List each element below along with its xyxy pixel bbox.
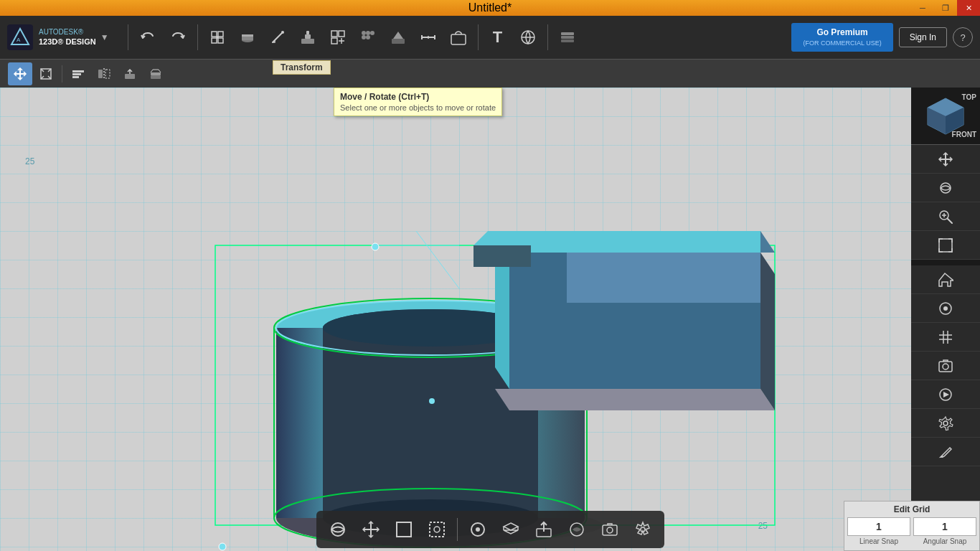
construct-button[interactable] [294,24,321,51]
bot-layers-button[interactable] [495,514,527,545]
undo-button[interactable] [134,24,161,51]
modify-button[interactable] [324,24,352,51]
svg-rect-48 [125,74,135,79]
tooltip-title: Move / Rotate (Ctrl+T) [340,92,496,102]
primitives-button[interactable] [234,24,261,51]
svg-marker-97 [939,273,953,286]
scale-button[interactable] [118,62,142,85]
zoom-button[interactable] [911,202,980,231]
help-button[interactable]: ? [953,27,973,47]
bot-screenshot-bottom-button[interactable] [594,514,626,545]
secondary-toolbar [0,59,980,88]
measure-button[interactable] [415,24,442,51]
svg-text:A: A [17,37,21,43]
svg-rect-34 [561,39,574,42]
svg-point-6 [216,36,219,39]
edit-grid-title: Edit Grid [847,504,976,514]
sep-4 [547,24,548,50]
svg-point-82 [429,398,435,404]
bot-orbit-button[interactable] [322,514,354,545]
animation-button[interactable] [911,380,980,409]
svg-marker-75 [567,253,760,303]
svg-rect-43 [72,73,81,75]
align-button[interactable] [66,62,90,85]
layers-button[interactable] [554,24,581,51]
svg-rect-2 [212,32,217,37]
svg-rect-112 [397,522,411,537]
svg-rect-113 [430,522,444,537]
grid-display-button[interactable] [911,323,980,352]
bot-perspective-button[interactable] [462,514,494,545]
edit-grid-inputs: Linear Snap Angular Snap [847,517,976,545]
community-button[interactable] [514,24,542,51]
sketch-button[interactable] [264,24,291,51]
home-view-button[interactable] [911,265,980,294]
premium-button[interactable]: Go Premium (FOR COMMERCIAL USE) [791,23,892,52]
viewport[interactable]: 25 25 [0,88,911,551]
smart-scale-button[interactable] [34,62,58,85]
bot-materials-button[interactable] [561,514,593,545]
text-button[interactable]: T [484,24,512,51]
restore-button[interactable]: ❐ [934,0,957,16]
signin-button[interactable]: Sign In [899,27,947,47]
transform-area: Transform [273,60,331,75]
screenshot-button[interactable] [911,352,980,380]
svg-rect-96 [939,239,952,252]
transform-button[interactable] [204,24,231,51]
logo-dropdown-arrow[interactable]: ▼ [100,32,109,42]
svg-rect-29 [451,34,466,44]
pattern-button[interactable] [354,24,382,51]
sep-3 [478,24,479,50]
angular-snap-input[interactable] [913,517,976,536]
mirror-button[interactable] [92,62,116,85]
view-cube: TOP FRONT [911,88,980,145]
svg-point-21 [370,31,374,35]
svg-rect-32 [561,32,574,35]
bot-fit-button[interactable] [388,514,420,545]
bot-settings-bottom-button[interactable] [627,514,659,545]
svg-point-22 [362,35,366,39]
settings-button[interactable] [911,409,980,438]
svg-marker-79 [473,231,531,245]
materials-button[interactable] [445,24,472,51]
svg-line-53 [159,70,161,72]
fit-all-button[interactable] [911,231,980,260]
view-type-button[interactable] [911,294,980,323]
linear-snap-input[interactable] [847,517,910,536]
tooltip-box: Move / Rotate (Ctrl+T) Select one or mor… [334,88,502,116]
svg-marker-118 [504,530,518,534]
snap-button[interactable] [385,24,412,51]
menubar: A AUTODESK® 123D® DESIGN ▼ [0,16,980,59]
bot-move-button[interactable] [355,514,387,545]
extrude-button[interactable] [143,62,168,85]
angular-snap-cell: Angular Snap [913,517,976,545]
sep-2 [197,24,198,50]
svg-line-81 [416,231,459,288]
svg-point-116 [476,527,480,532]
svg-point-107 [943,421,948,425]
svg-rect-11 [301,39,314,44]
pan-button[interactable] [911,145,980,174]
svg-rect-124 [603,525,617,535]
svg-rect-44 [72,76,79,78]
3d-viewport-svg [0,88,911,551]
linear-snap-cell: Linear Snap [847,517,910,545]
tooltip-desc: Select one or more objects to move or ro… [340,103,496,112]
orbit-button[interactable] [911,174,980,202]
bot-export-button[interactable] [528,514,560,545]
svg-rect-51 [151,72,161,75]
autodesk-logo-svg: A [10,27,30,47]
window-controls: ─ ❐ ✕ [911,0,980,16]
close-button[interactable]: ✕ [957,0,980,16]
move-rotate-button[interactable] [8,62,32,85]
angular-snap-label: Angular Snap [913,537,976,545]
draw-button[interactable] [911,438,980,466]
svg-rect-15 [339,31,344,37]
minimize-button[interactable]: ─ [911,0,934,16]
svg-point-91 [941,183,951,193]
svg-rect-12 [305,34,311,39]
svg-rect-104 [939,362,952,372]
bot-zoom-select-button[interactable] [421,514,453,545]
svg-point-105 [943,364,948,369]
redo-button[interactable] [164,24,192,51]
